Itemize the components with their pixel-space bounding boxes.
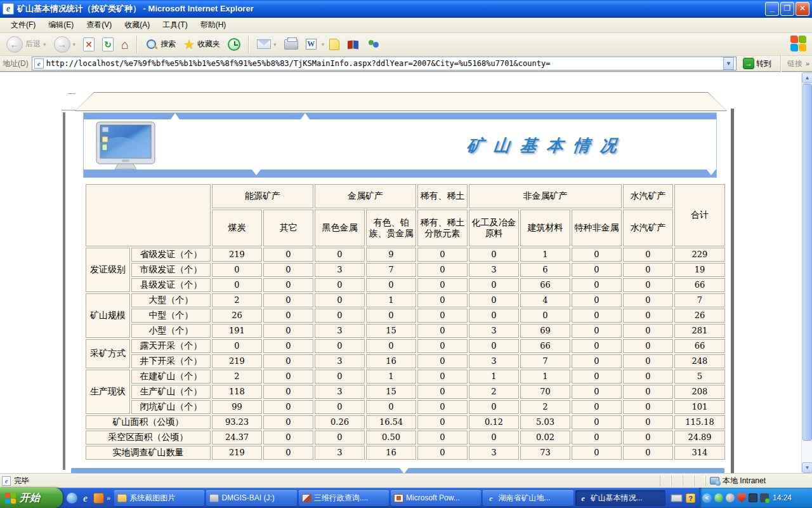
language-help-icon[interactable]: ? — [686, 493, 695, 503]
back-button[interactable]: ← 后退 ▾ — [4, 35, 49, 54]
start-button[interactable]: 开始 — [0, 488, 63, 508]
tray-icon-security-alert[interactable] — [737, 493, 746, 502]
table-row: 井下开采（个）219031603700248 — [86, 354, 725, 368]
table-cell: 0 — [315, 400, 365, 414]
column-header: 黑色金属 — [315, 210, 365, 246]
table-cell: 0 — [315, 278, 365, 292]
mail-icon — [257, 39, 271, 49]
table-cell: 0 — [572, 293, 622, 307]
refresh-button[interactable]: ↻ — [100, 36, 116, 53]
back-dropdown-icon: ▾ — [43, 41, 46, 48]
table-row: 闭坑矿山（个）9900000200101 — [86, 400, 725, 414]
content-shadow-right — [731, 109, 734, 473]
folder-icon — [117, 494, 127, 502]
table-cell: 0 — [263, 400, 313, 414]
table-cell: 0 — [212, 278, 262, 292]
table-cell: 0 — [417, 339, 468, 353]
taskbar-button[interactable]: 系统截图图片 — [114, 490, 204, 506]
table-cell: 0.02 — [520, 431, 570, 444]
tray-collapse-icon[interactable]: < — [702, 493, 712, 503]
taskbar-button-label: 湖南省矿山地... — [498, 493, 550, 504]
table-cell: 115.18 — [674, 415, 725, 429]
taskbar-button[interactable]: e矿山基本情况... — [575, 490, 665, 506]
notes-button[interactable] — [327, 37, 342, 51]
minimize-button[interactable]: _ — [765, 2, 779, 16]
table-cell: 0 — [623, 278, 673, 292]
quicklaunch-chevron-icon[interactable]: » — [107, 494, 110, 502]
scroll-down-icon[interactable]: ▼ — [802, 462, 812, 473]
books-icon — [347, 39, 360, 50]
messenger-button[interactable] — [365, 37, 383, 51]
status-pane — [671, 476, 683, 486]
table-cell: 0 — [572, 248, 622, 262]
table-row: 生产矿山（个）1180315027000208 — [86, 385, 725, 399]
table-cell: 0 — [417, 324, 468, 338]
windows-flag-icon — [5, 493, 16, 504]
print-button[interactable] — [282, 38, 301, 51]
stop-button[interactable]: ✕ — [81, 36, 97, 53]
table-cell: 0 — [469, 431, 519, 444]
table-cell: 229 — [674, 248, 725, 262]
address-input[interactable]: e http://localhost/%e7%9f%bf%e5%b1%b1%e5… — [32, 57, 737, 70]
menu-item[interactable]: 帮助(H) — [195, 18, 232, 32]
table-row: 生产现状在建矿山（个）2001011005 — [86, 370, 725, 384]
menu-item[interactable]: 编辑(E) — [43, 18, 79, 32]
menu-item[interactable]: 文件(F) — [5, 18, 41, 32]
menu-item[interactable]: 查看(V) — [81, 18, 117, 32]
research-button[interactable] — [344, 38, 362, 51]
taskbar-button[interactable]: e湖南省矿山地... — [483, 490, 573, 506]
table-row: 县级发证（个）000000660066 — [86, 278, 725, 292]
home-button[interactable]: ⌂ — [119, 36, 131, 53]
mail-button[interactable]: ▾ — [254, 38, 279, 50]
stop-icon: ✕ — [83, 37, 95, 51]
links-chevron-icon[interactable]: » — [806, 60, 809, 67]
table-cell: 0 — [572, 370, 622, 384]
table-cell: 3 — [469, 324, 519, 338]
taskbar-button[interactable]: Microsoft Pow... — [391, 490, 481, 506]
links-label[interactable]: 链接 — [787, 58, 802, 69]
table-cell: 0 — [623, 370, 673, 384]
scrollbar-thumb[interactable] — [802, 84, 812, 441]
desktop-icon[interactable] — [67, 493, 77, 504]
address-dropdown-icon[interactable]: ▼ — [723, 57, 734, 70]
table-cell: 0 — [366, 309, 416, 323]
column-header: 化工及冶金原料 — [469, 210, 519, 246]
taskbar-button[interactable]: DMGIS-BAI (J:) — [206, 490, 296, 506]
media-quicklaunch-icon[interactable] — [93, 493, 104, 504]
taskbar-button[interactable]: 三维行政查询.... — [299, 490, 389, 506]
quick-launch: e » — [63, 488, 114, 508]
history-button[interactable] — [225, 37, 243, 52]
page-header: 矿山基本情况 — [83, 112, 717, 178]
ie-quicklaunch-icon[interactable]: e — [80, 493, 91, 504]
table-cell: 1 — [520, 370, 570, 384]
table-cell: 3 — [315, 324, 365, 338]
close-button[interactable]: ✕ — [796, 2, 809, 16]
menu-bar: 文件(F)编辑(E)查看(V)收藏(A)工具(T)帮助(H) — [0, 18, 812, 33]
search-button[interactable]: 搜索 — [143, 37, 178, 52]
edit-dropdown-icon[interactable]: ▾ — [322, 41, 325, 48]
tray-icon-display[interactable] — [749, 493, 757, 502]
table-cell: 0 — [572, 415, 622, 429]
table-cell: 9 — [366, 248, 416, 262]
go-button[interactable]: → 转到 — [740, 57, 775, 70]
back-label: 后退 — [25, 39, 41, 50]
restore-button[interactable]: ❐ — [780, 2, 794, 16]
table-cell: 0 — [572, 278, 622, 292]
vertical-scrollbar[interactable]: ▲ ▼ — [801, 72, 812, 473]
scroll-up-icon[interactable]: ▲ — [802, 72, 812, 83]
tray-icon-network[interactable] — [760, 493, 769, 502]
edit-word-button[interactable]: W — [303, 37, 319, 51]
tray-icon-antivirus[interactable] — [714, 493, 723, 502]
header-bottom-bar — [84, 170, 716, 177]
table-cell: 0 — [417, 248, 468, 262]
table-cell: 0 — [417, 400, 468, 414]
menu-item[interactable]: 工具(T) — [157, 18, 193, 32]
tray-icon-volume[interactable] — [726, 493, 735, 502]
page-title: 矿山基本情况 — [387, 135, 707, 157]
menu-item[interactable]: 收藏(A) — [119, 18, 155, 32]
forward-button[interactable]: → ▾ — [51, 35, 79, 54]
favorites-button[interactable]: ★ 收藏夹 — [181, 37, 223, 52]
keyboard-icon[interactable] — [671, 494, 683, 502]
star-icon: ★ — [183, 38, 195, 51]
column-group-header: 能源矿产 — [212, 184, 313, 208]
